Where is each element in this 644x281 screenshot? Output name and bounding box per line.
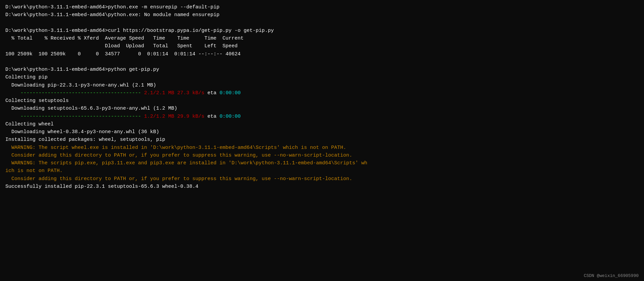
terminal-text: eta <box>204 90 219 96</box>
terminal-text: D:\work\python-3.11.1-embed-amd64\python… <box>5 12 219 18</box>
terminal-text: D:\work\python-3.11.1-embed-amd64>python… <box>5 4 219 10</box>
terminal-line: D:\work\python-3.11.1-embed-amd64>python… <box>5 66 639 73</box>
terminal-line: Consider adding this directory to PATH o… <box>5 152 639 159</box>
watermark-label: CSDN @weixin_66905990 <box>584 273 639 278</box>
terminal-container: D:\work\python-3.11.1-embed-amd64>python… <box>5 3 639 190</box>
terminal-line: 100 2509k 100 2509k 0 0 34577 0 0:01:14 … <box>5 50 639 58</box>
terminal-text: Consider adding this directory to PATH o… <box>5 176 352 182</box>
terminal-line: Installing collected packages: wheel, se… <box>5 136 639 144</box>
terminal-text: Collecting setuptools <box>5 98 69 104</box>
terminal-line: Collecting wheel <box>5 120 639 128</box>
terminal-line: D:\work\python-3.11.1-embed-amd64>curl h… <box>5 27 639 35</box>
terminal-text: ---------------------------------------- <box>5 90 144 96</box>
terminal-text: D:\work\python-3.11.1-embed-amd64>python… <box>5 67 159 72</box>
terminal-text: WARNING: The script wheel.exe is install… <box>5 145 346 151</box>
terminal-text: Collecting wheel <box>5 121 54 127</box>
terminal-text: Downloading setuptools-65.6.3-py3-none-a… <box>5 106 177 111</box>
terminal-line: ----------------------------------------… <box>5 89 639 97</box>
terminal-line: WARNING: The script wheel.exe is install… <box>5 144 639 152</box>
terminal-line: WARNING: The scripts pip.exe, pip3.11.ex… <box>5 159 639 167</box>
terminal-text: 1.2/1.2 MB 29.9 kB/s <box>144 114 204 119</box>
terminal-line: ich is not on PATH. <box>5 167 639 175</box>
terminal-text: 0:00:00 <box>219 114 241 119</box>
terminal-line: Downloading pip-22.3.1-py3-none-any.whl … <box>5 81 639 89</box>
terminal-line: Dload Upload Total Spent Left Speed <box>5 42 639 50</box>
terminal-text: Collecting pip <box>5 74 48 80</box>
terminal-line: D:\work\python-3.11.1-embed-amd64>python… <box>5 3 639 11</box>
terminal-line: Downloading wheel-0.38.4-py3-none-any.wh… <box>5 128 639 136</box>
terminal-line: ----------------------------------------… <box>5 113 639 120</box>
terminal-text: ---------------------------------------- <box>5 114 144 119</box>
terminal-text: Installing collected packages: wheel, se… <box>5 137 165 143</box>
terminal-line: Successfully installed pip-22.3.1 setupt… <box>5 183 639 190</box>
terminal-text: Downloading pip-22.3.1-py3-none-any.whl … <box>5 82 156 88</box>
terminal-line: Downloading setuptools-65.6.3-py3-none-a… <box>5 105 639 112</box>
terminal-line: Collecting setuptools <box>5 97 639 105</box>
terminal-line: % Total % Received % Xferd Average Speed… <box>5 35 639 42</box>
terminal-text: 100 2509k 100 2509k 0 0 34577 0 0:01:14 … <box>5 51 241 57</box>
terminal-text: Consider adding this directory to PATH o… <box>5 153 352 158</box>
terminal-blank-line <box>5 58 639 66</box>
terminal-text: % Total % Received % Xferd Average Speed… <box>5 36 244 41</box>
terminal-blank-line <box>5 19 639 27</box>
terminal-text: Successfully installed pip-22.3.1 setupt… <box>5 184 198 189</box>
terminal-line: Collecting pip <box>5 73 639 81</box>
terminal-text: ich is not on PATH. <box>5 168 63 174</box>
terminal-line: D:\work\python-3.11.1-embed-amd64\python… <box>5 11 639 19</box>
terminal-text: D:\work\python-3.11.1-embed-amd64>curl h… <box>5 28 274 34</box>
terminal-text: Dload Upload Total Spent Left Speed <box>5 43 238 49</box>
terminal-text: Downloading wheel-0.38.4-py3-none-any.wh… <box>5 129 159 135</box>
terminal-text: eta <box>204 114 219 119</box>
terminal-text: 2.1/2.1 MB 27.3 kB/s <box>144 90 204 96</box>
terminal-text: WARNING: The scripts pip.exe, pip3.11.ex… <box>5 160 367 166</box>
terminal-line: Consider adding this directory to PATH o… <box>5 175 639 183</box>
terminal-text: 0:00:00 <box>219 90 241 96</box>
